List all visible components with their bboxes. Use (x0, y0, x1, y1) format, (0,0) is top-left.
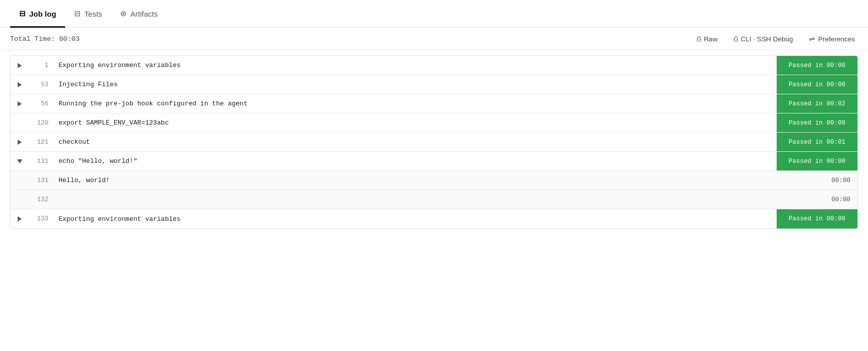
expand-icon (18, 82, 22, 87)
log-status-badge: Passed in 00:01 (777, 133, 857, 151)
log-line-number: 121 (29, 139, 57, 146)
log-content: export SAMPLE_ENV_VAR=123abc (57, 114, 777, 131)
log-toggle-5[interactable] (11, 140, 29, 145)
log-line-number: 53 (29, 81, 57, 88)
log-content: Injecting Files (57, 76, 777, 93)
toolbar-actions: ⎙ Raw ⎙ CLI · SSH Debug ⇌ Preferences (694, 33, 858, 45)
tab-job-log-label: Job log (29, 10, 56, 18)
log-content: echo "Hello, world!" (57, 153, 777, 169)
log-status-badge: Passed in 00:00 (777, 113, 857, 132)
log-row: 13200:00 (11, 190, 857, 209)
artifacts-icon: ⊛ (120, 9, 127, 18)
cli-ssh-icon: ⎙ (734, 35, 738, 43)
log-line-number: 132 (29, 196, 57, 203)
log-container: 1Exporting environment variablesPassed i… (10, 55, 858, 229)
log-status-badge: Passed in 00:02 (777, 94, 857, 113)
log-row: 53Injecting FilesPassed in 00:00 (11, 75, 857, 94)
log-toggle-2[interactable] (11, 82, 29, 87)
log-row: 131Hello, world!00:00 (11, 171, 857, 190)
expand-icon (18, 101, 22, 106)
job-log-icon: ⊟ (19, 9, 26, 18)
log-status-badge: Passed in 00:00 (777, 75, 857, 94)
preferences-button[interactable]: ⇌ Preferences (806, 33, 858, 45)
expand-icon (18, 63, 22, 68)
log-content: checkout (57, 134, 777, 150)
tab-artifacts[interactable]: ⊛ Artifacts (111, 0, 167, 28)
log-toggle-3[interactable] (11, 101, 29, 106)
tab-bar: ⊟ Job log ⊟ Tests ⊛ Artifacts (0, 0, 868, 28)
tests-icon: ⊟ (74, 9, 81, 18)
log-row: 131echo "Hello, world!"Passed in 00:00 (11, 152, 857, 171)
log-row: 1Exporting environment variablesPassed i… (11, 56, 857, 75)
log-line-number: 1 (29, 62, 57, 69)
log-toggle-9[interactable] (11, 216, 29, 221)
log-time: 00:00 (777, 193, 857, 206)
log-content: Exporting environment variables (57, 211, 777, 227)
expand-icon (18, 216, 22, 221)
log-content: Exporting environment variables (57, 57, 777, 74)
tab-job-log[interactable]: ⊟ Job log (10, 0, 65, 28)
tab-tests-label: Tests (84, 10, 102, 18)
raw-icon: ⎙ (697, 35, 701, 43)
expand-icon (18, 140, 22, 145)
log-row: 120export SAMPLE_ENV_VAR=123abcPassed in… (11, 113, 857, 133)
log-line-number: 133 (29, 215, 57, 222)
log-row: 121checkoutPassed in 00:01 (11, 133, 857, 152)
toolbar: Total Time: 00:03 ⎙ Raw ⎙ CLI · SSH Debu… (0, 28, 868, 50)
log-content: Running the pre-job hook configured in t… (57, 95, 777, 112)
tab-tests[interactable]: ⊟ Tests (65, 0, 111, 28)
log-line-number: 131 (29, 177, 57, 184)
log-row: 56Running the pre-job hook configured in… (11, 94, 857, 113)
log-time: 00:00 (777, 174, 857, 187)
log-content: Hello, world! (57, 172, 777, 189)
log-line-number: 131 (29, 158, 57, 165)
log-status-badge: Passed in 00:00 (777, 209, 857, 228)
log-toggle-6[interactable] (11, 159, 29, 163)
collapse-icon (17, 159, 22, 163)
log-toggle-1[interactable] (11, 63, 29, 68)
log-line-number: 120 (29, 120, 57, 127)
cli-ssh-button[interactable]: ⎙ CLI · SSH Debug (731, 33, 796, 45)
log-row: 133Exporting environment variablesPassed… (11, 209, 857, 228)
raw-button[interactable]: ⎙ Raw (694, 33, 721, 45)
tab-artifacts-label: Artifacts (130, 10, 157, 18)
preferences-icon: ⇌ (809, 35, 815, 43)
log-status-badge: Passed in 00:00 (777, 152, 857, 170)
log-content (57, 195, 777, 204)
log-status-badge: Passed in 00:00 (777, 56, 857, 75)
log-line-number: 56 (29, 100, 57, 107)
total-time: Total Time: 00:03 (10, 35, 80, 43)
